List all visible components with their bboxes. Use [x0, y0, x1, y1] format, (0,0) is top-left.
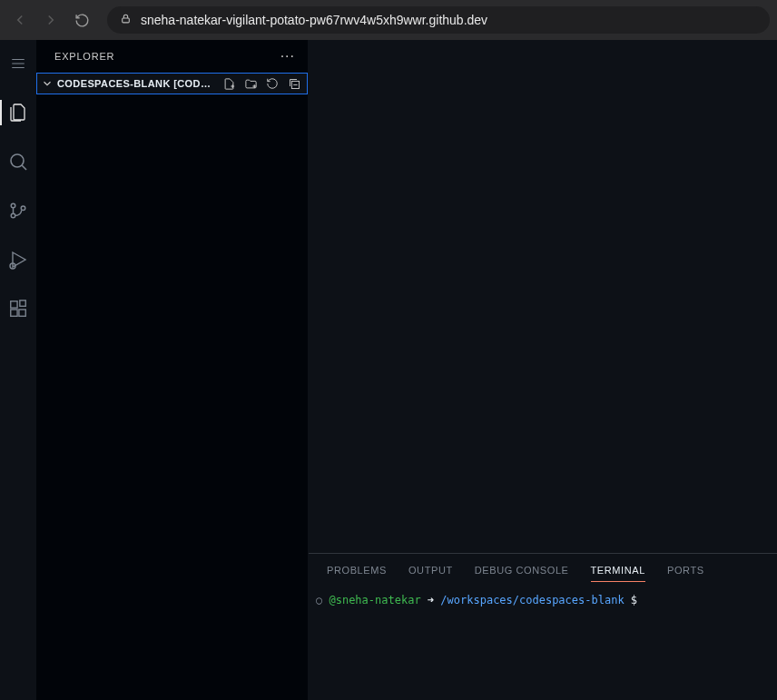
chevron-down-icon — [41, 77, 54, 90]
activity-bar — [0, 40, 36, 700]
svg-rect-8 — [19, 310, 25, 316]
explorer-more-icon[interactable]: ··· — [280, 48, 295, 64]
terminal-user: @sneha-natekar — [329, 594, 420, 606]
tab-output[interactable]: OUTPUT — [408, 559, 453, 581]
new-file-icon[interactable] — [221, 76, 236, 91]
terminal-prompt: $ — [631, 594, 637, 606]
browser-bar: sneha-natekar-vigilant-potato-pw67rwv4w5… — [0, 0, 777, 40]
svg-point-3 — [11, 213, 15, 218]
search-tab[interactable] — [0, 145, 36, 178]
refresh-icon[interactable] — [265, 76, 280, 91]
folder-actions — [221, 76, 301, 91]
terminal-path: /workspaces/codespaces-blank — [440, 594, 624, 606]
svg-rect-9 — [20, 301, 25, 306]
svg-rect-6 — [11, 301, 17, 308]
svg-point-2 — [11, 203, 15, 208]
collapse-all-icon[interactable] — [287, 76, 301, 91]
new-folder-icon[interactable] — [243, 76, 258, 91]
bottom-panel: PROBLEMS OUTPUT DEBUG CONSOLE TERMINAL P… — [309, 553, 777, 700]
tab-ports[interactable]: PORTS — [667, 559, 704, 581]
source-control-tab[interactable] — [0, 194, 36, 227]
tab-problems[interactable]: PROBLEMS — [327, 559, 387, 581]
workspace-folder-row[interactable]: CODESPACES-BLANK [CODES… — [36, 73, 308, 94]
menu-button[interactable] — [0, 47, 36, 80]
workspace-folder-label: CODESPACES-BLANK [CODES… — [57, 78, 216, 89]
back-button[interactable] — [7, 7, 33, 33]
terminal-content[interactable]: ○ @sneha-natekar ➜ /workspaces/codespace… — [309, 587, 777, 700]
svg-rect-7 — [11, 310, 17, 316]
forward-button[interactable] — [38, 7, 64, 33]
tab-debug-console[interactable]: DEBUG CONSOLE — [475, 559, 569, 581]
explorer-tab[interactable] — [0, 96, 36, 129]
run-debug-tab[interactable] — [0, 243, 36, 276]
panel-tabs: PROBLEMS OUTPUT DEBUG CONSOLE TERMINAL P… — [309, 554, 777, 587]
terminal-symbol: ○ — [316, 594, 322, 606]
svg-rect-0 — [123, 18, 130, 23]
explorer-title: EXPLORER — [54, 51, 114, 62]
tab-terminal[interactable]: TERMINAL — [591, 559, 645, 582]
url-text: sneha-natekar-vigilant-potato-pw67rwv4w5… — [141, 13, 487, 27]
explorer-sidebar: EXPLORER ··· CODESPACES-BLANK [CODES… — [36, 40, 309, 700]
terminal-arrow-icon: ➜ — [428, 594, 434, 606]
url-bar[interactable]: sneha-natekar-vigilant-potato-pw67rwv4w5… — [107, 6, 770, 34]
reload-button[interactable] — [69, 7, 94, 33]
vscode-app: EXPLORER ··· CODESPACES-BLANK [CODES… — [0, 40, 777, 700]
main-area: PROBLEMS OUTPUT DEBUG CONSOLE TERMINAL P… — [309, 40, 777, 700]
extensions-tab[interactable] — [0, 292, 36, 325]
svg-point-4 — [21, 206, 25, 211]
editor-area[interactable] — [309, 40, 777, 553]
lock-icon — [120, 12, 132, 28]
explorer-header: EXPLORER ··· — [36, 40, 308, 73]
svg-point-1 — [11, 154, 24, 167]
